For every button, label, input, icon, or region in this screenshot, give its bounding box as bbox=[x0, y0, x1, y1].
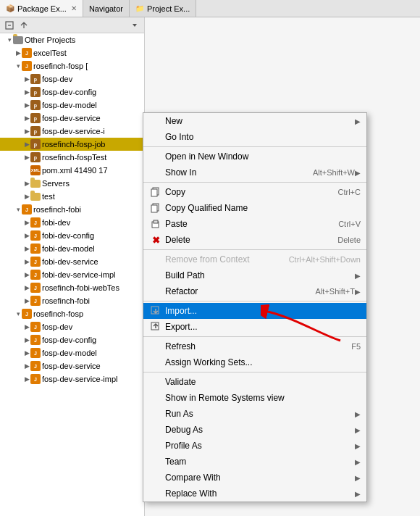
left-panel: ▾ Other Projects ▶ J excelTest ▾ J rosef… bbox=[0, 17, 145, 516]
package-icon: J bbox=[30, 270, 41, 280]
menu-sep-2 bbox=[143, 182, 366, 183]
profile-as-icon bbox=[149, 440, 162, 452]
tree-item-fobi-dev-service[interactable]: ▶ J fobi-dev-service bbox=[0, 255, 144, 268]
expand-arrow: ▶ bbox=[23, 349, 30, 357]
tree-item-rosefinch-fobi-webtest[interactable]: ▶ J rosefinch-fobi-webTes bbox=[0, 281, 144, 294]
tree-item-fosp-dev-config2[interactable]: ▶ J fosp-dev-config bbox=[0, 333, 144, 346]
copy-qualified-icon bbox=[149, 202, 162, 214]
expand-arrow: ▶ bbox=[23, 232, 30, 239]
tab-project-explorer[interactable]: 📁 Project Ex... bbox=[130, 0, 196, 17]
menu-item-remove-from-context[interactable]: Remove from Context Ctrl+Alt+Shift+Down bbox=[143, 251, 366, 267]
menu-item-refresh[interactable]: Refresh F5 bbox=[143, 338, 366, 354]
tree-item-fosp-dev-service-i[interactable]: ▶ p fosp-dev-service-i bbox=[0, 125, 144, 138]
tree-item-servers[interactable]: ▶ Servers bbox=[0, 177, 144, 190]
tree-item-fosp-dev[interactable]: ▶ p fosp-dev bbox=[0, 72, 144, 86]
remote-systems-icon bbox=[149, 392, 162, 404]
tab-navigator[interactable]: Navigator bbox=[83, 0, 130, 17]
menu-item-replace-with[interactable]: Replace With ▶ bbox=[143, 486, 366, 502]
package-icon: J bbox=[30, 296, 41, 306]
tree-item-label: rosefinch-fosp bbox=[33, 309, 83, 318]
tree-item-label: Other Projects bbox=[25, 36, 75, 44]
remove-icon bbox=[149, 254, 162, 265]
tab-package-explorer[interactable]: 📦 Package Ex... ✕ bbox=[0, 0, 83, 17]
tree-item-label: fobi-dev bbox=[42, 218, 70, 227]
menu-sep-6 bbox=[143, 372, 366, 373]
menu-item-go-into[interactable]: Go Into bbox=[143, 129, 366, 145]
tree-item-rosefinch-fobi2[interactable]: ▶ J rosefinch-fobi bbox=[0, 294, 144, 307]
tree-item-fobi-dev-config[interactable]: ▶ J fobi-dev-config bbox=[0, 229, 144, 242]
package-icon: p bbox=[30, 87, 41, 97]
package-icon: J bbox=[30, 335, 41, 345]
menu-item-copy-qualified[interactable]: Copy Qualified Name bbox=[143, 200, 366, 216]
menu-item-show-remote[interactable]: Show in Remote Systems view bbox=[143, 390, 366, 406]
tree-item-fosp-dev-model2[interactable]: ▶ J fosp-dev-model bbox=[0, 346, 144, 359]
new-icon bbox=[149, 115, 162, 127]
tree-item-excel-test[interactable]: ▶ J excelTest bbox=[0, 46, 144, 59]
tree-item-label: pom.xml 41490 17 bbox=[42, 166, 108, 175]
expand-arrow: ▶ bbox=[23, 284, 30, 291]
tree-item-fosp-dev-config[interactable]: ▶ p fosp-dev-config bbox=[0, 86, 144, 99]
svg-rect-4 bbox=[151, 189, 157, 196]
tree-item-fosp-dev-service[interactable]: ▶ p fosp-dev-service bbox=[0, 112, 144, 125]
menu-item-delete[interactable]: ✖ Delete Delete bbox=[143, 232, 366, 248]
menu-item-export[interactable]: Export... bbox=[143, 319, 366, 335]
tree-item-fobi-dev[interactable]: ▶ J fobi-dev bbox=[0, 216, 144, 229]
refresh-icon bbox=[149, 341, 162, 352]
menu-item-build-path[interactable]: Build Path ▶ bbox=[143, 267, 366, 283]
tree-item-rosefinch-fosp-job[interactable]: ▶ p rosefinch-fosp-job bbox=[0, 138, 144, 151]
tree-item-other-projects[interactable]: ▾ Other Projects bbox=[0, 33, 144, 46]
menu-item-validate[interactable]: Validate bbox=[143, 374, 366, 390]
package-icon: J bbox=[30, 230, 41, 241]
delete-icon: ✖ bbox=[149, 234, 162, 246]
tab-close-package[interactable]: ✕ bbox=[71, 4, 77, 12]
expand-arrow: ▶ bbox=[23, 128, 30, 135]
tree-item-label: rosefinch-fosp [ bbox=[33, 62, 88, 70]
menu-item-open-new-window[interactable]: Open in New Window bbox=[143, 149, 366, 165]
expand-arrow: ▾ bbox=[14, 206, 22, 213]
package-icon: J bbox=[30, 217, 41, 228]
tree-item-fobi-dev-service-impl[interactable]: ▶ J fobi-dev-service-impl bbox=[0, 268, 144, 281]
tree-item-fobi-dev-model[interactable]: ▶ J fobi-dev-model bbox=[0, 242, 144, 255]
tree-item-pom-xml[interactable]: ▶ XML pom.xml 41490 17 bbox=[0, 164, 144, 177]
menu-item-new[interactable]: New ▶ bbox=[143, 113, 366, 129]
menu-item-compare-with[interactable]: Compare With ▶ bbox=[143, 470, 366, 486]
view-menu-button[interactable] bbox=[128, 19, 141, 32]
link-with-editor-button[interactable] bbox=[17, 19, 30, 32]
expand-arrow: ▶ bbox=[23, 245, 30, 252]
expand-arrow: ▶ bbox=[23, 101, 30, 109]
folder-icon bbox=[30, 191, 41, 201]
menu-item-run-as[interactable]: Run As ▶ bbox=[143, 406, 366, 422]
submenu-arrow: ▶ bbox=[355, 490, 361, 498]
menu-item-team[interactable]: Team ▶ bbox=[143, 454, 366, 470]
menu-item-refactor[interactable]: Refactor Alt+Shift+T ▶ bbox=[143, 283, 366, 299]
collapse-all-button[interactable] bbox=[3, 19, 16, 32]
project-icon: J bbox=[22, 204, 32, 215]
menu-item-paste[interactable]: Paste Ctrl+V bbox=[143, 216, 366, 232]
tree-item-rosefinch-fobi[interactable]: ▾ J rosefinch-fobi bbox=[0, 203, 144, 216]
tree-item-label: fosp-dev-model bbox=[42, 349, 97, 357]
validate-icon bbox=[149, 376, 162, 388]
menu-item-profile-as[interactable]: Profile As ▶ bbox=[143, 438, 366, 454]
expand-arrow: ▶ bbox=[23, 362, 30, 370]
tree-item-fosp-dev2[interactable]: ▶ J fosp-dev bbox=[0, 320, 144, 333]
menu-item-show-in[interactable]: Show In Alt+Shift+W ▶ bbox=[143, 165, 366, 180]
tree-item-fosp-dev-model[interactable]: ▶ p fosp-dev-model bbox=[0, 99, 144, 112]
menu-item-import[interactable]: Import... bbox=[143, 303, 366, 319]
panel-toolbar bbox=[0, 17, 144, 33]
submenu-arrow: ▶ bbox=[355, 426, 361, 434]
tree-area[interactable]: ▾ Other Projects ▶ J excelTest ▾ J rosef… bbox=[0, 33, 144, 516]
tree-item-fosp-dev-service2[interactable]: ▶ J fosp-dev-service bbox=[0, 359, 144, 373]
submenu-arrow: ▶ bbox=[355, 288, 361, 296]
menu-item-assign-working-sets[interactable]: Assign Working Sets... bbox=[143, 354, 366, 370]
menu-item-copy[interactable]: Copy Ctrl+C bbox=[143, 184, 366, 200]
tree-item-test[interactable]: ▶ test bbox=[0, 190, 144, 203]
working-sets-icon bbox=[149, 357, 162, 368]
package-icon: J bbox=[30, 257, 41, 267]
tree-item-rosefinch-fosp[interactable]: ▾ J rosefinch-fosp [ bbox=[0, 59, 144, 72]
tree-item-rosefinch-fosp2[interactable]: ▾ J rosefinch-fosp bbox=[0, 307, 144, 320]
copy-icon bbox=[149, 186, 162, 198]
tree-item-fosp-dev-service-impl2[interactable]: ▶ J fosp-dev-service-impl bbox=[0, 373, 144, 386]
menu-item-debug-as[interactable]: Debug As ▶ bbox=[143, 422, 366, 438]
tree-item-rosefinch-fosp-test[interactable]: ▶ p rosefinch-fospTest bbox=[0, 151, 144, 164]
run-as-icon bbox=[149, 408, 162, 420]
